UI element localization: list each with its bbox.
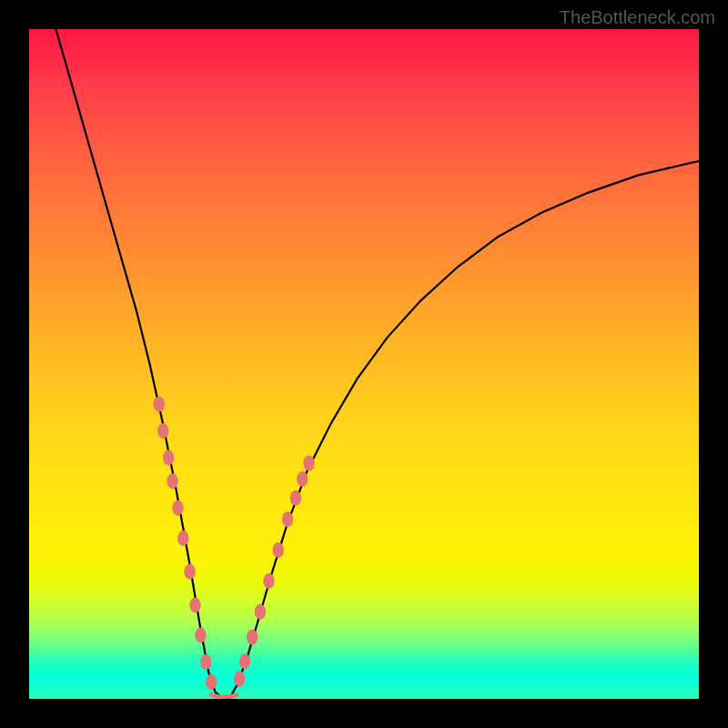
- salmon-marker-dot: [290, 490, 301, 506]
- salmon-marker-dot: [163, 450, 174, 466]
- salmon-marker-dot: [255, 604, 266, 620]
- salmon-marker-dot: [282, 511, 293, 527]
- salmon-marker-dot: [177, 531, 188, 546]
- salmon-marker-dot: [247, 630, 258, 645]
- salmon-marker-dot: [167, 473, 177, 489]
- salmon-marker-dot: [154, 397, 165, 412]
- salmon-marker-dot: [273, 542, 284, 558]
- watermark-text: TheBottleneck.com: [560, 7, 715, 28]
- salmon-bottom-segment: [211, 695, 237, 697]
- salmon-marker-dot: [195, 628, 206, 643]
- salmon-marker-dot: [239, 653, 250, 669]
- salmon-markers-group: [154, 397, 315, 690]
- salmon-marker-dot: [172, 500, 183, 516]
- salmon-marker-dot: [263, 573, 274, 589]
- salmon-marker-dot: [206, 674, 217, 690]
- chart-plot-area: [29, 29, 699, 699]
- salmon-marker-dot: [234, 671, 245, 686]
- salmon-marker-dot: [184, 564, 195, 580]
- bottleneck-curve: [56, 29, 699, 699]
- bottleneck-curve-svg: [29, 29, 699, 699]
- salmon-marker-dot: [297, 471, 308, 487]
- salmon-marker-dot: [303, 455, 314, 470]
- salmon-marker-dot: [157, 423, 168, 439]
- salmon-marker-dot: [200, 654, 211, 670]
- salmon-marker-dot: [189, 598, 200, 613]
